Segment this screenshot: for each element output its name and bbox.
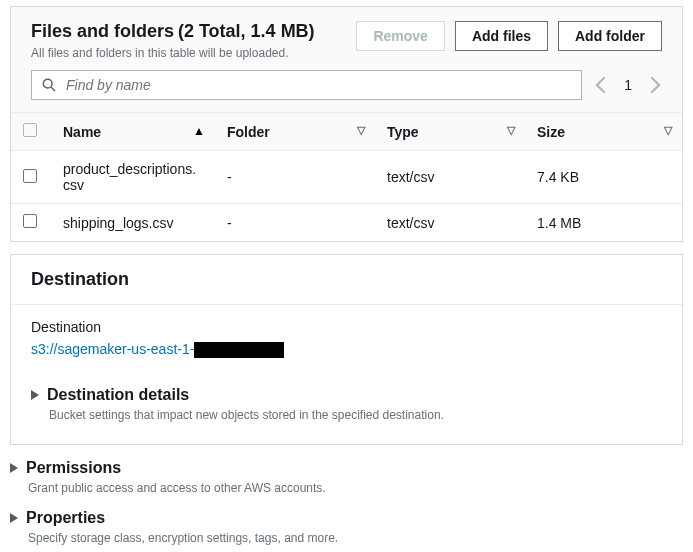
destination-heading: Destination	[11, 255, 682, 305]
add-folder-button[interactable]: Add folder	[558, 21, 662, 51]
redacted-block	[194, 342, 284, 358]
paginator: 1	[594, 77, 662, 93]
svg-line-1	[51, 87, 55, 91]
destination-details-sub: Bucket settings that impact new objects …	[31, 408, 642, 422]
cell-folder: -	[215, 151, 375, 204]
search-icon	[42, 78, 56, 92]
page-number: 1	[624, 77, 632, 93]
destination-body: Destination s3://sagemaker-us-east-1- De…	[11, 305, 682, 444]
svg-point-0	[43, 79, 52, 88]
select-all-checkbox[interactable]	[23, 123, 37, 137]
panel-title-row: Files and folders (2 Total, 1.4 MB)	[31, 21, 315, 42]
next-page-icon[interactable]	[644, 77, 661, 94]
files-folders-panel: Files and folders (2 Total, 1.4 MB) All …	[10, 6, 683, 242]
button-row: Remove Add files Add folder	[356, 21, 662, 51]
sort-icon: ▽	[507, 124, 515, 137]
caret-right-icon	[10, 463, 18, 473]
panel-subtitle: All files and folders in this table will…	[31, 46, 315, 60]
destination-details-title: Destination details	[47, 386, 189, 404]
permissions-title: Permissions	[26, 459, 121, 477]
cell-name: product_descriptions.csv	[63, 161, 203, 193]
remove-button[interactable]: Remove	[356, 21, 444, 51]
table-row: shipping_logs.csv - text/csv 1.4 MB	[11, 204, 682, 242]
search-row: 1	[11, 70, 682, 113]
cell-folder: -	[215, 204, 375, 242]
destination-link[interactable]: s3://sagemaker-us-east-1	[31, 341, 190, 357]
properties-expander[interactable]: Properties Specify storage class, encryp…	[10, 509, 683, 545]
panel-summary: (2 Total, 1.4 MB)	[178, 21, 315, 41]
search-input[interactable]	[66, 77, 571, 93]
add-files-button[interactable]: Add files	[455, 21, 548, 51]
col-select	[11, 113, 51, 151]
title-block: Files and folders (2 Total, 1.4 MB) All …	[31, 21, 315, 60]
sort-icon: ▽	[357, 124, 365, 137]
caret-right-icon	[10, 513, 18, 523]
sort-icon: ▽	[664, 124, 672, 137]
col-folder[interactable]: Folder▽	[215, 113, 375, 151]
table-row: product_descriptions.csv - text/csv 7.4 …	[11, 151, 682, 204]
cell-size: 1.4 MB	[525, 204, 682, 242]
files-table: Name▲ Folder▽ Type▽ Size▽ product_descri…	[11, 113, 682, 241]
destination-panel: Destination Destination s3://sagemaker-u…	[10, 254, 683, 445]
properties-sub: Specify storage class, encryption settin…	[10, 531, 683, 545]
destination-label: Destination	[31, 319, 662, 335]
prev-page-icon[interactable]	[596, 77, 613, 94]
properties-title: Properties	[26, 509, 105, 527]
permissions-sub: Grant public access and access to other …	[10, 481, 683, 495]
panel-header: Files and folders (2 Total, 1.4 MB) All …	[11, 7, 682, 70]
col-type[interactable]: Type▽	[375, 113, 525, 151]
permissions-expander[interactable]: Permissions Grant public access and acce…	[10, 459, 683, 495]
cell-type: text/csv	[375, 151, 525, 204]
destination-details-expander[interactable]: Destination details Bucket settings that…	[31, 372, 662, 426]
caret-right-icon	[31, 390, 39, 400]
row-checkbox[interactable]	[23, 214, 37, 228]
search-box[interactable]	[31, 70, 582, 100]
panel-title: Files and folders	[31, 21, 174, 41]
row-checkbox[interactable]	[23, 169, 37, 183]
cell-name: shipping_logs.csv	[51, 204, 215, 242]
cell-type: text/csv	[375, 204, 525, 242]
destination-value: s3://sagemaker-us-east-1-	[31, 341, 662, 358]
footer: Cancel Upload	[0, 545, 693, 552]
col-name[interactable]: Name▲	[51, 113, 215, 151]
col-size[interactable]: Size▽	[525, 113, 682, 151]
cell-size: 7.4 KB	[525, 151, 682, 204]
sort-asc-icon: ▲	[193, 124, 205, 138]
